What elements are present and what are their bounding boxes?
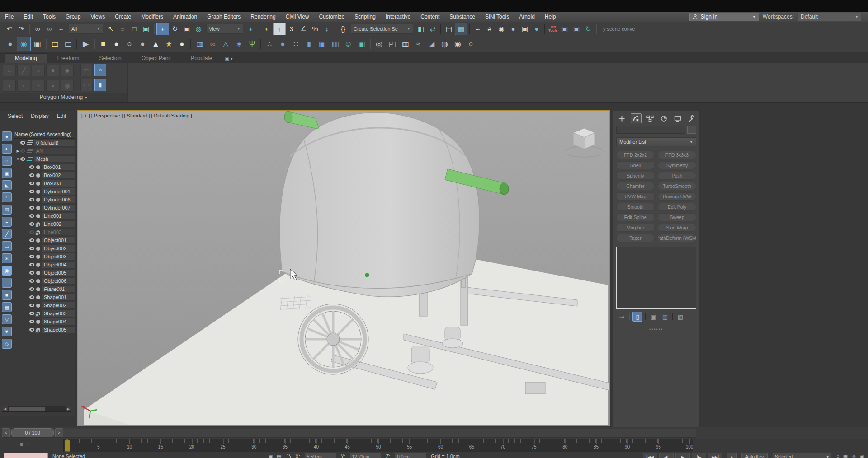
ribbon-overflow-icon[interactable]: ▣ ▾: [225, 56, 233, 63]
list-item[interactable]: Shape001: [14, 293, 75, 301]
menu-sini-tools[interactable]: SiNi Tools: [480, 12, 514, 22]
community-icon[interactable]: ☺: [851, 453, 856, 458]
panel-divider[interactable]: ••••••: [616, 328, 696, 332]
selection-lock-cluster-icon[interactable]: ▤: [277, 453, 281, 458]
list-item[interactable]: Cylinder007: [14, 204, 75, 212]
scroll-left-icon[interactable]: ◀: [2, 406, 8, 411]
graph-icon[interactable]: ≈: [412, 37, 425, 51]
spinner-snap-icon[interactable]: ↕: [321, 23, 333, 35]
modifier-button-taper[interactable]: Taper: [616, 234, 655, 242]
object-color-swatch[interactable]: [687, 126, 696, 134]
snapshot-a-icon[interactable]: ▣: [559, 23, 571, 35]
zoom-about-icon[interactable]: ○: [836, 453, 840, 458]
modifier-button-unwrap-uvw[interactable]: Unwrap UVW: [658, 192, 696, 201]
molecule-icon[interactable]: ∞: [206, 37, 219, 51]
menu-group[interactable]: Group: [61, 12, 85, 22]
monitor-icon[interactable]: ▣: [355, 37, 368, 51]
sun-icon[interactable]: ★: [162, 37, 175, 51]
key-filter-dropdown[interactable]: Selected ▼: [772, 453, 832, 458]
box-primitive-icon[interactable]: ■: [97, 37, 110, 51]
render-production-icon[interactable]: ●: [531, 23, 542, 35]
modifier-button-turbosmooth[interactable]: TurboSmooth: [658, 182, 696, 190]
teapot-icon[interactable]: ●: [4, 37, 17, 51]
time-slider-thumb[interactable]: < 0 / 100 >: [2, 428, 63, 437]
sphere-blue-icon[interactable]: ●: [276, 37, 289, 51]
menu-file[interactable]: File: [0, 12, 19, 22]
list-item[interactable]: Shape002: [14, 301, 75, 309]
remove-modifier-icon[interactable]: ▥: [660, 312, 670, 321]
list-item[interactable]: Object001: [14, 236, 75, 244]
menu-content[interactable]: Content: [415, 12, 444, 22]
select-and-manipulate-icon[interactable]: ◐: [261, 23, 273, 35]
visibility-eye-icon[interactable]: [20, 149, 25, 153]
show-end-result-icon[interactable]: ▯: [632, 312, 642, 322]
selection-filter-dropdown[interactable]: All▼: [69, 24, 103, 34]
modifier-button-ffd-3x3x3[interactable]: FFD 3x3x3: [658, 151, 696, 159]
scroll-thumb[interactable]: [9, 407, 45, 411]
select-and-rotate-icon[interactable]: ↻: [169, 23, 181, 35]
menu-tools[interactable]: Tools: [38, 12, 61, 22]
compass-icon[interactable]: ◎: [373, 37, 386, 51]
isolate-selection-icon[interactable]: ▣: [269, 453, 273, 458]
ribbon-button[interactable]: ◕: [46, 80, 59, 92]
undo-icon[interactable]: ↶: [4, 23, 15, 35]
ribbon-button[interactable]: ▮: [94, 79, 106, 91]
menu-scripting[interactable]: Scripting: [349, 12, 381, 22]
workspace-dropdown[interactable]: Default ▼: [797, 13, 862, 21]
modifier-button-symmetry[interactable]: Symmetry: [658, 161, 696, 169]
configure-modifier-sets-icon[interactable]: ▨: [676, 312, 685, 321]
select-and-scale-icon[interactable]: ▣: [181, 23, 193, 35]
ribbon-tab-modeling[interactable]: Modeling: [5, 53, 47, 63]
ribbon-tab-freeform[interactable]: Freeform: [47, 54, 90, 63]
visibility-eye-icon[interactable]: [29, 279, 34, 283]
create-tab[interactable]: [617, 114, 627, 123]
sign-in-button[interactable]: Sign In ▼: [689, 13, 759, 21]
select-by-name-icon[interactable]: ≡: [117, 23, 128, 35]
timeline-playhead[interactable]: [65, 440, 70, 452]
material-editor-icon[interactable]: ◉: [495, 23, 507, 35]
reference-coordinate-dropdown[interactable]: View▼: [206, 24, 243, 34]
viewport-label[interactable]: [ + ] [ Perspective ] [ Standard ] [ Def…: [81, 113, 192, 118]
pyramid-helper-icon[interactable]: △: [219, 37, 232, 51]
visibility-eye-icon[interactable]: [29, 287, 34, 291]
utilities-tab[interactable]: [687, 114, 696, 123]
visibility-eye-icon[interactable]: [29, 165, 34, 169]
display-colors-icon[interactable]: ■: [2, 290, 12, 300]
scene-explorer-toggle-icon[interactable]: ▦: [455, 23, 467, 35]
cone-primitive-icon[interactable]: ▲: [149, 37, 162, 51]
visibility-eye-icon[interactable]: [29, 247, 34, 250]
explorer-menu-edit[interactable]: Edit: [54, 112, 70, 120]
list-item[interactable]: Cylinder001: [14, 187, 75, 196]
scene-converter-icon[interactable]: ↻: [582, 23, 594, 35]
menu-edit[interactable]: Edit: [19, 12, 38, 22]
mirror-icon[interactable]: ◧: [415, 23, 427, 35]
ribbon-button[interactable]: ◔: [32, 80, 45, 92]
flower-icon[interactable]: ∗: [232, 37, 245, 51]
ribbon-button[interactable]: ■: [46, 65, 59, 76]
curve-editor-icon[interactable]: ≈: [472, 23, 484, 35]
mesh-sphere-icon[interactable]: ◍: [438, 37, 451, 51]
schematic-view-icon[interactable]: #: [484, 23, 495, 35]
align-icon[interactable]: ⇄: [427, 23, 439, 35]
list-item[interactable]: Object004: [14, 261, 75, 269]
notification-icon[interactable]: ◉: [860, 453, 864, 458]
menu-rendering[interactable]: Rendering: [245, 12, 280, 22]
display-xrefs-icon[interactable]: ◒: [2, 217, 12, 227]
camera-lister-icon[interactable]: ▤: [61, 37, 75, 51]
visibility-eye-icon[interactable]: [29, 255, 34, 258]
list-item[interactable]: Shape004: [14, 318, 75, 326]
visibility-eye-icon[interactable]: [29, 304, 34, 307]
visibility-eye-icon[interactable]: [29, 312, 34, 315]
auto-key-button[interactable]: Auto Key: [741, 453, 768, 458]
timeline-ruler[interactable]: 0510152025303540455055606570758085909510…: [63, 439, 693, 453]
percent-snap-icon[interactable]: %: [309, 23, 321, 35]
menu-create[interactable]: Create: [110, 12, 136, 22]
ribbon-tab-object-paint[interactable]: Object Paint: [132, 54, 181, 63]
visibility-eye-icon[interactable]: [29, 190, 34, 193]
display-hidden-icon[interactable]: ◉: [2, 266, 12, 276]
pin-stack-icon[interactable]: ⊸: [617, 312, 626, 321]
modifier-button-pathdeform-wsm[interactable]: PathDeform (WSM): [658, 234, 696, 242]
select-object-icon[interactable]: ↖: [105, 23, 117, 35]
window-crossing-icon[interactable]: ▣: [140, 23, 152, 35]
export-box-icon[interactable]: ◰: [386, 37, 399, 51]
